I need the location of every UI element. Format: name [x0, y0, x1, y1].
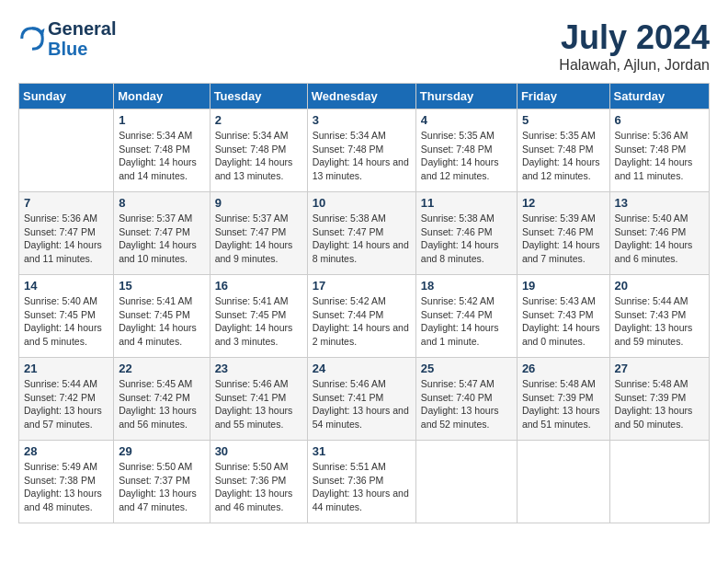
daylight-text: Daylight: 14 hours and 11 minutes.	[615, 156, 693, 181]
sunset-text: Sunset: 7:45 PM	[119, 309, 190, 320]
sunrise-text: Sunrise: 5:36 AM	[615, 130, 688, 141]
sunset-text: Sunset: 7:39 PM	[522, 392, 594, 403]
logo-text-blue: Blue	[48, 39, 116, 59]
calendar-week-row: 1Sunrise: 5:34 AMSunset: 7:48 PMDaylight…	[19, 109, 710, 192]
day-number: 16	[215, 279, 302, 293]
sunset-text: Sunset: 7:48 PM	[522, 144, 594, 155]
daylight-text: Daylight: 13 hours and 51 minutes.	[522, 405, 600, 430]
logo-text-general: General	[48, 18, 116, 39]
day-info: Sunrise: 5:50 AMSunset: 7:36 PMDaylight:…	[215, 460, 302, 514]
daylight-text: Daylight: 13 hours and 52 minutes.	[421, 405, 499, 430]
day-info: Sunrise: 5:47 AMSunset: 7:40 PMDaylight:…	[421, 377, 512, 431]
calendar-cell: 9Sunrise: 5:37 AMSunset: 7:47 PMDaylight…	[210, 192, 307, 275]
sunset-text: Sunset: 7:41 PM	[313, 392, 384, 403]
day-number: 27	[615, 362, 704, 375]
sunset-text: Sunset: 7:46 PM	[615, 226, 687, 237]
sunrise-text: Sunrise: 5:41 AM	[119, 295, 192, 306]
day-of-week-header: Friday	[517, 84, 609, 109]
day-info: Sunrise: 5:49 AMSunset: 7:38 PMDaylight:…	[24, 460, 108, 514]
daylight-text: Daylight: 14 hours and 4 minutes.	[119, 322, 197, 347]
day-info: Sunrise: 5:46 AMSunset: 7:41 PMDaylight:…	[313, 377, 411, 431]
calendar-cell: 1Sunrise: 5:34 AMSunset: 7:48 PMDaylight…	[114, 109, 210, 192]
sunrise-text: Sunrise: 5:35 AM	[421, 130, 495, 141]
daylight-text: Daylight: 13 hours and 44 minutes.	[313, 488, 409, 512]
day-number: 26	[522, 362, 605, 375]
calendar-week-row: 28Sunrise: 5:49 AMSunset: 7:38 PMDayligh…	[19, 441, 710, 523]
logo: General Blue	[18, 18, 116, 59]
sunrise-text: Sunrise: 5:50 AM	[215, 461, 289, 472]
calendar-cell: 25Sunrise: 5:47 AMSunset: 7:40 PMDayligh…	[415, 358, 517, 441]
sunset-text: Sunset: 7:38 PM	[24, 475, 96, 486]
sunset-text: Sunset: 7:48 PM	[421, 144, 493, 155]
daylight-text: Daylight: 14 hours and 12 minutes.	[522, 156, 600, 181]
daylight-text: Daylight: 14 hours and 6 minutes.	[615, 239, 693, 264]
sunset-text: Sunset: 7:45 PM	[24, 309, 96, 320]
day-number: 1	[119, 113, 204, 127]
day-info: Sunrise: 5:43 AMSunset: 7:43 PMDaylight:…	[522, 294, 605, 349]
sunrise-text: Sunrise: 5:46 AM	[313, 378, 386, 389]
daylight-text: Daylight: 14 hours and 13 minutes.	[313, 156, 409, 181]
day-number: 11	[421, 196, 512, 210]
sunrise-text: Sunrise: 5:37 AM	[215, 213, 289, 224]
daylight-text: Daylight: 13 hours and 47 minutes.	[119, 488, 197, 512]
sunset-text: Sunset: 7:37 PM	[119, 475, 190, 486]
sunrise-text: Sunrise: 5:48 AM	[615, 378, 688, 389]
day-number: 20	[615, 279, 704, 293]
sunrise-text: Sunrise: 5:38 AM	[421, 213, 495, 224]
calendar-cell: 28Sunrise: 5:49 AMSunset: 7:38 PMDayligh…	[19, 441, 114, 523]
calendar-cell: 27Sunrise: 5:48 AMSunset: 7:39 PMDayligh…	[609, 358, 709, 441]
day-number: 18	[421, 279, 512, 293]
day-number: 25	[421, 362, 512, 375]
day-number: 14	[24, 279, 108, 293]
sunrise-text: Sunrise: 5:42 AM	[421, 295, 495, 306]
daylight-text: Daylight: 13 hours and 56 minutes.	[119, 405, 197, 430]
sunrise-text: Sunrise: 5:34 AM	[119, 130, 192, 141]
daylight-text: Daylight: 14 hours and 2 minutes.	[313, 322, 409, 347]
calendar-cell: 31Sunrise: 5:51 AMSunset: 7:36 PMDayligh…	[307, 441, 415, 523]
day-info: Sunrise: 5:35 AMSunset: 7:48 PMDaylight:…	[421, 129, 512, 183]
day-number: 9	[215, 196, 302, 210]
calendar-cell: 19Sunrise: 5:43 AMSunset: 7:43 PMDayligh…	[517, 275, 609, 358]
daylight-text: Daylight: 14 hours and 11 minutes.	[24, 239, 102, 264]
day-of-week-header: Wednesday	[307, 84, 415, 109]
day-number: 3	[313, 113, 411, 127]
sunset-text: Sunset: 7:43 PM	[615, 309, 687, 320]
day-number: 28	[24, 444, 108, 458]
sunset-text: Sunset: 7:47 PM	[119, 226, 190, 237]
daylight-text: Daylight: 14 hours and 5 minutes.	[24, 322, 102, 347]
day-number: 12	[522, 196, 605, 210]
calendar-cell: 24Sunrise: 5:46 AMSunset: 7:41 PMDayligh…	[307, 358, 415, 441]
day-number: 23	[215, 362, 302, 375]
location: Halawah, Ajlun, Jordan	[559, 57, 710, 74]
sunset-text: Sunset: 7:46 PM	[522, 226, 594, 237]
daylight-text: Daylight: 14 hours and 12 minutes.	[421, 156, 499, 181]
day-number: 17	[313, 279, 411, 293]
calendar-cell: 2Sunrise: 5:34 AMSunset: 7:48 PMDaylight…	[210, 109, 307, 192]
calendar-cell: 30Sunrise: 5:50 AMSunset: 7:36 PMDayligh…	[210, 441, 307, 523]
calendar-cell: 10Sunrise: 5:38 AMSunset: 7:47 PMDayligh…	[307, 192, 415, 275]
day-number: 22	[119, 362, 204, 375]
day-info: Sunrise: 5:42 AMSunset: 7:44 PMDaylight:…	[313, 294, 411, 349]
calendar-cell: 5Sunrise: 5:35 AMSunset: 7:48 PMDaylight…	[517, 109, 609, 192]
sunrise-text: Sunrise: 5:43 AM	[522, 295, 596, 306]
daylight-text: Daylight: 14 hours and 10 minutes.	[119, 239, 197, 264]
day-info: Sunrise: 5:37 AMSunset: 7:47 PMDaylight:…	[119, 212, 204, 266]
day-info: Sunrise: 5:48 AMSunset: 7:39 PMDaylight:…	[522, 377, 605, 431]
daylight-text: Daylight: 13 hours and 54 minutes.	[313, 405, 409, 430]
sunset-text: Sunset: 7:36 PM	[313, 475, 384, 486]
sunrise-text: Sunrise: 5:46 AM	[215, 378, 289, 389]
daylight-text: Daylight: 14 hours and 13 minutes.	[215, 156, 293, 181]
calendar-cell: 13Sunrise: 5:40 AMSunset: 7:46 PMDayligh…	[609, 192, 709, 275]
sunset-text: Sunset: 7:40 PM	[421, 392, 493, 403]
day-number: 5	[522, 113, 605, 127]
calendar-week-row: 14Sunrise: 5:40 AMSunset: 7:45 PMDayligh…	[19, 275, 710, 358]
daylight-text: Daylight: 13 hours and 50 minutes.	[615, 405, 693, 430]
sunrise-text: Sunrise: 5:49 AM	[24, 461, 97, 472]
calendar-cell: 11Sunrise: 5:38 AMSunset: 7:46 PMDayligh…	[415, 192, 517, 275]
day-number: 7	[24, 196, 108, 210]
calendar-cell: 12Sunrise: 5:39 AMSunset: 7:46 PMDayligh…	[517, 192, 609, 275]
day-number: 8	[119, 196, 204, 210]
calendar-cell: 23Sunrise: 5:46 AMSunset: 7:41 PMDayligh…	[210, 358, 307, 441]
logo-icon	[18, 25, 46, 52]
calendar-cell: 26Sunrise: 5:48 AMSunset: 7:39 PMDayligh…	[517, 358, 609, 441]
